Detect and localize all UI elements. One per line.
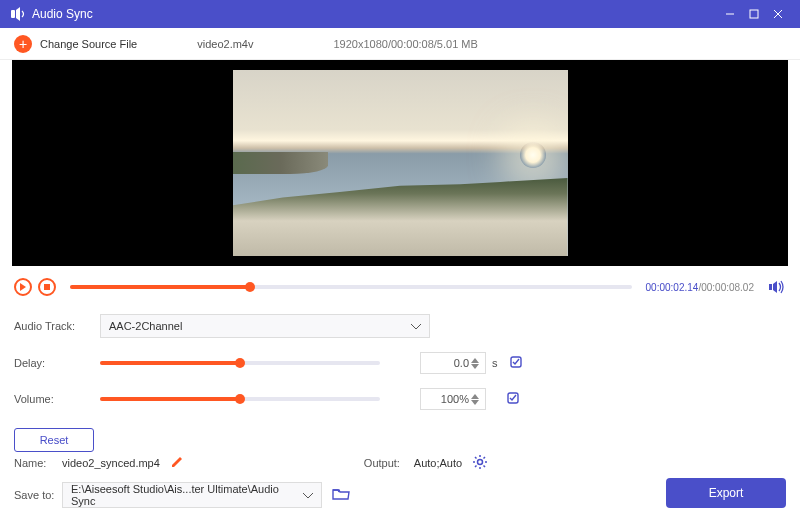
output-value: Auto;Auto: [414, 457, 462, 469]
svg-rect-6: [769, 284, 772, 290]
export-button[interactable]: Export: [666, 478, 786, 508]
svg-point-9: [478, 460, 483, 465]
stop-button[interactable]: [38, 278, 56, 296]
save-path-select[interactable]: E:\Aiseesoft Studio\Ais...ter Ultimate\A…: [62, 482, 322, 508]
source-bar: + Change Source File video2.m4v 1920x108…: [0, 28, 800, 60]
delay-input[interactable]: 0.0: [420, 352, 486, 374]
svg-rect-5: [44, 284, 50, 290]
output-settings-icon[interactable]: [472, 454, 488, 472]
delay-unit: s: [492, 357, 498, 369]
window-title: Audio Sync: [32, 7, 718, 21]
name-label: Name:: [14, 457, 62, 469]
volume-spin-down[interactable]: [471, 400, 483, 405]
chevron-down-icon: [411, 320, 421, 332]
source-filename: video2.m4v: [197, 38, 253, 50]
delay-spin-up[interactable]: [471, 358, 483, 363]
titlebar: Audio Sync: [0, 0, 800, 28]
change-source-button[interactable]: Change Source File: [40, 38, 137, 50]
delay-slider[interactable]: [100, 361, 380, 365]
volume-row: Volume: 100%: [14, 388, 786, 410]
volume-icon[interactable]: [768, 279, 786, 295]
app-logo-icon: [10, 6, 26, 22]
edit-name-icon[interactable]: [170, 455, 184, 471]
add-source-icon[interactable]: +: [14, 35, 32, 53]
video-canvas: [233, 70, 568, 256]
svg-rect-0: [11, 10, 15, 18]
maximize-button[interactable]: [742, 2, 766, 26]
playback-progress[interactable]: [70, 285, 632, 289]
volume-spin-up[interactable]: [471, 394, 483, 399]
volume-slider[interactable]: [100, 397, 380, 401]
chevron-down-icon: [303, 489, 313, 501]
name-row: Name: video2_synced.mp4 Output: Auto;Aut…: [14, 454, 786, 472]
play-button[interactable]: [14, 278, 32, 296]
open-folder-icon[interactable]: [332, 487, 350, 503]
source-meta: 1920x1080/00:00:08/5.01 MB: [334, 38, 478, 50]
delay-row: Delay: 0.0 s: [14, 352, 786, 374]
volume-reset-icon[interactable]: [505, 390, 521, 408]
video-preview: [12, 60, 788, 266]
audio-track-label: Audio Track:: [14, 320, 100, 332]
name-value: video2_synced.mp4: [62, 457, 160, 469]
save-label: Save to:: [14, 489, 62, 501]
volume-label: Volume:: [14, 393, 100, 405]
output-label: Output:: [364, 457, 414, 469]
playback-time: 00:00:02.14/00:00:08.02: [646, 282, 754, 293]
close-button[interactable]: [766, 2, 790, 26]
playback-row: 00:00:02.14/00:00:08.02: [14, 274, 786, 300]
delay-spin-down[interactable]: [471, 364, 483, 369]
volume-input[interactable]: 100%: [420, 388, 486, 410]
audio-track-select[interactable]: AAC-2Channel: [100, 314, 430, 338]
minimize-button[interactable]: [718, 2, 742, 26]
audio-track-row: Audio Track: AAC-2Channel: [14, 314, 786, 338]
svg-rect-2: [750, 10, 758, 18]
delay-label: Delay:: [14, 357, 100, 369]
delay-reset-icon[interactable]: [508, 354, 524, 372]
